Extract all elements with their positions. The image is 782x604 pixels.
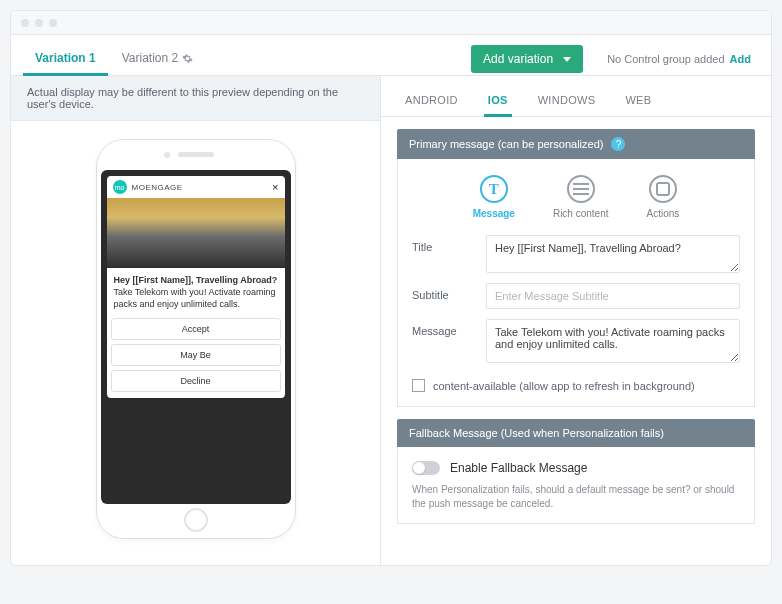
field-label: Subtitle [412,283,472,301]
section-body: Enable Fallback Message When Personaliza… [397,447,755,524]
message-type-tabs: T Message Rich content Actions [412,175,740,219]
topbar: Variation 1 Variation 2 Add variation No… [11,35,771,75]
brand-name: MOENGAGE [132,183,183,192]
section-header: Fallback Message (Used when Personalizat… [397,419,755,447]
type-actions[interactable]: Actions [647,175,680,219]
editor-column: ANDROID IOS WINDOWS WEB Primary message … [381,76,771,565]
brand-logo-icon: mo [113,180,127,194]
add-variation-button[interactable]: Add variation [471,45,583,73]
editor-panel: Primary message (can be personalized) ? … [381,117,771,536]
subtitle-row: Subtitle [412,283,740,309]
lines-icon [567,175,595,203]
platform-tabs: ANDROID IOS WINDOWS WEB [381,76,771,117]
primary-message-section: Primary message (can be personalized) ? … [397,129,755,407]
preview-notice: Actual display may be different to this … [11,76,380,121]
control-group-status: No Control group added Add [607,53,751,65]
gear-icon [182,53,193,64]
section-header: Primary message (can be personalized) ? [397,129,755,159]
columns: Actual display may be different to this … [11,75,771,565]
push-title: Hey [[First Name]], Travelling Abroad? [114,274,278,286]
traffic-light-dot [21,19,29,27]
fallback-note: When Personalization fails, should a def… [412,483,740,511]
message-input[interactable] [486,319,740,363]
square-icon [649,175,677,203]
section-title: Primary message (can be personalized) [409,138,603,150]
checkbox-icon[interactable] [412,379,425,392]
add-control-group-link[interactable]: Add [730,53,751,65]
tab-ios[interactable]: IOS [488,86,508,116]
push-card-buttons: Accept May Be Decline [107,318,285,398]
push-card-header: mo MOENGAGE × [107,176,285,198]
push-card: mo MOENGAGE × Hey [[First Name]], Travel… [107,176,285,398]
traffic-light-dot [35,19,43,27]
titlebar [11,11,771,35]
tab-label: Variation 1 [35,51,96,65]
text-icon: T [480,175,508,203]
toggle-label: Enable Fallback Message [450,461,587,475]
app-window: Variation 1 Variation 2 Add variation No… [10,10,772,566]
tab-android[interactable]: ANDROID [405,86,458,116]
type-label: Actions [647,208,680,219]
tab-variation-1[interactable]: Variation 1 [31,43,100,75]
traffic-light-dot [49,19,57,27]
field-label: Message [412,319,472,337]
type-rich-content[interactable]: Rich content [553,175,609,219]
title-input[interactable] [486,235,740,273]
control-group-text: No Control group added [607,53,724,65]
tab-web[interactable]: WEB [625,86,651,116]
title-row: Title [412,235,740,273]
fallback-toggle[interactable] [412,461,440,475]
toggle-knob-icon [413,462,425,474]
push-message: Take Telekom with you! Activate roaming … [114,286,278,310]
speaker-icon [178,152,214,157]
push-card-image [107,198,285,268]
checkbox-label: content-available (allow app to refresh … [433,380,695,392]
push-action-decline[interactable]: Decline [111,370,281,392]
push-card-body: Hey [[First Name]], Travelling Abroad? T… [107,268,285,318]
fallback-section: Fallback Message (Used when Personalizat… [397,419,755,524]
preview-area: mo MOENGAGE × Hey [[First Name]], Travel… [11,121,380,565]
tab-windows[interactable]: WINDOWS [538,86,596,116]
push-action-maybe[interactable]: May Be [111,344,281,366]
variation-tabs: Variation 1 Variation 2 [31,43,197,75]
home-button-icon [184,508,208,532]
field-label: Title [412,235,472,253]
message-row: Message [412,319,740,363]
type-message[interactable]: T Message [473,175,515,219]
subtitle-input[interactable] [486,283,740,309]
chevron-down-icon [563,57,571,62]
phone-frame: mo MOENGAGE × Hey [[First Name]], Travel… [96,139,296,539]
enable-fallback-row: Enable Fallback Message [412,461,740,475]
section-body: T Message Rich content Actions [397,159,755,407]
push-action-accept[interactable]: Accept [111,318,281,340]
camera-icon [164,152,170,158]
help-icon[interactable]: ? [611,137,625,151]
tab-variation-2[interactable]: Variation 2 [118,43,197,75]
button-label: Add variation [483,52,553,66]
content-available-row[interactable]: content-available (allow app to refresh … [412,373,740,394]
phone-screen: mo MOENGAGE × Hey [[First Name]], Travel… [101,170,291,504]
type-label: Rich content [553,208,609,219]
close-icon[interactable]: × [272,181,278,193]
preview-column: Actual display may be different to this … [11,76,381,565]
section-title: Fallback Message (Used when Personalizat… [409,427,664,439]
tab-label: Variation 2 [122,51,178,65]
type-label: Message [473,208,515,219]
